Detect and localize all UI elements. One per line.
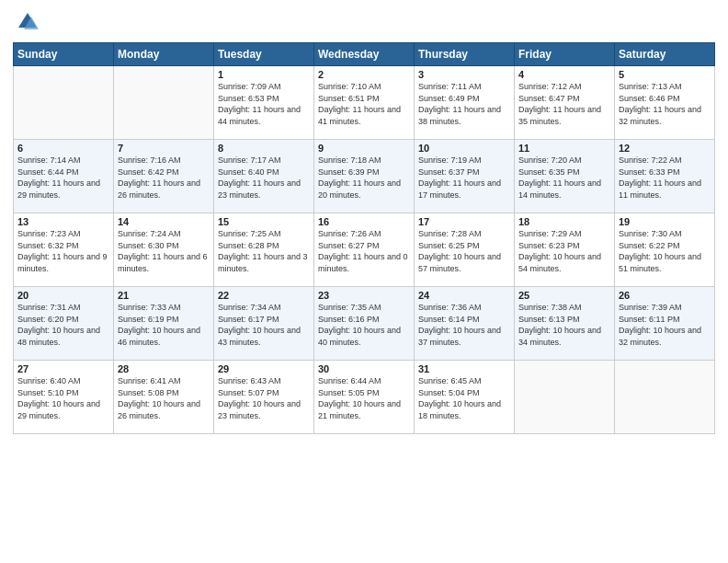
day-info: Sunrise: 7:24 AMSunset: 6:30 PMDaylight:…: [118, 228, 210, 274]
day-info: Sunrise: 7:17 AMSunset: 6:40 PMDaylight:…: [218, 155, 310, 201]
calendar-cell: 23Sunrise: 7:35 AMSunset: 6:16 PMDayligh…: [314, 287, 415, 361]
day-info: Sunrise: 7:16 AMSunset: 6:42 PMDaylight:…: [118, 155, 210, 201]
day-number: 16: [318, 216, 410, 227]
day-number: 29: [218, 363, 310, 374]
day-info: Sunrise: 7:35 AMSunset: 6:16 PMDaylight:…: [318, 302, 410, 348]
calendar-cell: [515, 361, 615, 434]
day-info: Sunrise: 7:26 AMSunset: 6:27 PMDaylight:…: [318, 228, 410, 274]
day-info: Sunrise: 7:22 AMSunset: 6:33 PMDaylight:…: [619, 155, 711, 201]
day-info: Sunrise: 7:38 AMSunset: 6:13 PMDaylight:…: [518, 302, 610, 348]
day-info: Sunrise: 7:28 AMSunset: 6:25 PMDaylight:…: [418, 228, 510, 274]
day-info: Sunrise: 7:29 AMSunset: 6:23 PMDaylight:…: [518, 228, 610, 274]
calendar-cell: 8Sunrise: 7:17 AMSunset: 6:40 PMDaylight…: [214, 140, 314, 213]
day-number: 12: [619, 143, 711, 154]
day-number: 3: [418, 69, 510, 80]
calendar-cell: 12Sunrise: 7:22 AMSunset: 6:33 PMDayligh…: [615, 140, 715, 213]
calendar-cell: 14Sunrise: 7:24 AMSunset: 6:30 PMDayligh…: [114, 213, 214, 287]
day-number: 24: [418, 290, 510, 301]
day-number: 23: [318, 290, 410, 301]
day-number: 7: [118, 143, 210, 154]
week-row-4: 20Sunrise: 7:31 AMSunset: 6:20 PMDayligh…: [14, 287, 715, 361]
day-info: Sunrise: 7:19 AMSunset: 6:37 PMDaylight:…: [418, 155, 510, 201]
calendar-cell: 15Sunrise: 7:25 AMSunset: 6:28 PMDayligh…: [214, 213, 314, 287]
day-number: 5: [619, 69, 711, 80]
day-info: Sunrise: 7:12 AMSunset: 6:47 PMDaylight:…: [518, 81, 610, 127]
day-number: 11: [518, 143, 610, 154]
calendar-cell: [615, 361, 715, 434]
day-number: 1: [218, 69, 310, 80]
calendar-cell: [114, 66, 214, 140]
day-info: Sunrise: 6:43 AMSunset: 5:07 PMDaylight:…: [218, 375, 310, 421]
day-info: Sunrise: 7:34 AMSunset: 6:17 PMDaylight:…: [218, 302, 310, 348]
day-number: 30: [318, 363, 410, 374]
day-info: Sunrise: 7:20 AMSunset: 6:35 PMDaylight:…: [518, 155, 610, 201]
day-info: Sunrise: 7:18 AMSunset: 6:39 PMDaylight:…: [318, 155, 410, 201]
header: [13, 9, 715, 35]
day-info: Sunrise: 7:39 AMSunset: 6:11 PMDaylight:…: [619, 302, 711, 348]
calendar-cell: 30Sunrise: 6:44 AMSunset: 5:05 PMDayligh…: [314, 361, 415, 434]
week-row-2: 6Sunrise: 7:14 AMSunset: 6:44 PMDaylight…: [14, 140, 715, 213]
day-number: 14: [118, 216, 210, 227]
day-number: 8: [218, 143, 310, 154]
calendar-cell: 27Sunrise: 6:40 AMSunset: 5:10 PMDayligh…: [14, 361, 114, 434]
day-info: Sunrise: 7:36 AMSunset: 6:14 PMDaylight:…: [418, 302, 510, 348]
calendar-cell: 5Sunrise: 7:13 AMSunset: 6:46 PMDaylight…: [615, 66, 715, 140]
weekday-header-thursday: Thursday: [415, 43, 515, 66]
day-info: Sunrise: 7:13 AMSunset: 6:46 PMDaylight:…: [619, 81, 711, 127]
day-info: Sunrise: 6:40 AMSunset: 5:10 PMDaylight:…: [17, 375, 109, 421]
day-number: 25: [518, 290, 610, 301]
page: SundayMondayTuesdayWednesdayThursdayFrid…: [0, 0, 728, 563]
weekday-header-friday: Friday: [515, 43, 615, 66]
calendar-cell: 4Sunrise: 7:12 AMSunset: 6:47 PMDaylight…: [515, 66, 615, 140]
weekday-header-tuesday: Tuesday: [214, 43, 314, 66]
day-info: Sunrise: 6:45 AMSunset: 5:04 PMDaylight:…: [418, 375, 510, 421]
calendar-cell: 31Sunrise: 6:45 AMSunset: 5:04 PMDayligh…: [415, 361, 515, 434]
calendar-cell: 1Sunrise: 7:09 AMSunset: 6:53 PMDaylight…: [214, 66, 314, 140]
day-info: Sunrise: 7:31 AMSunset: 6:20 PMDaylight:…: [17, 302, 109, 348]
day-number: 22: [218, 290, 310, 301]
calendar-cell: 22Sunrise: 7:34 AMSunset: 6:17 PMDayligh…: [214, 287, 314, 361]
day-info: Sunrise: 7:11 AMSunset: 6:49 PMDaylight:…: [418, 81, 510, 127]
day-number: 17: [418, 216, 510, 227]
day-number: 31: [418, 363, 510, 374]
calendar-cell: 24Sunrise: 7:36 AMSunset: 6:14 PMDayligh…: [415, 287, 515, 361]
day-number: 26: [619, 290, 711, 301]
day-info: Sunrise: 7:30 AMSunset: 6:22 PMDaylight:…: [619, 228, 711, 274]
calendar-cell: 2Sunrise: 7:10 AMSunset: 6:51 PMDaylight…: [314, 66, 415, 140]
logo: [13, 9, 40, 35]
calendar-cell: 28Sunrise: 6:41 AMSunset: 5:08 PMDayligh…: [114, 361, 214, 434]
day-info: Sunrise: 7:33 AMSunset: 6:19 PMDaylight:…: [118, 302, 210, 348]
day-number: 13: [17, 216, 109, 227]
weekday-header-wednesday: Wednesday: [314, 43, 415, 66]
calendar-cell: 17Sunrise: 7:28 AMSunset: 6:25 PMDayligh…: [415, 213, 515, 287]
day-number: 21: [118, 290, 210, 301]
day-info: Sunrise: 7:23 AMSunset: 6:32 PMDaylight:…: [17, 228, 109, 274]
day-info: Sunrise: 7:25 AMSunset: 6:28 PMDaylight:…: [218, 228, 310, 274]
weekday-header-row: SundayMondayTuesdayWednesdayThursdayFrid…: [14, 43, 715, 66]
calendar-cell: 25Sunrise: 7:38 AMSunset: 6:13 PMDayligh…: [515, 287, 615, 361]
weekday-header-monday: Monday: [114, 43, 214, 66]
calendar-cell: 10Sunrise: 7:19 AMSunset: 6:37 PMDayligh…: [415, 140, 515, 213]
day-number: 20: [17, 290, 109, 301]
day-number: 6: [17, 143, 109, 154]
week-row-1: 1Sunrise: 7:09 AMSunset: 6:53 PMDaylight…: [14, 66, 715, 140]
calendar-cell: 19Sunrise: 7:30 AMSunset: 6:22 PMDayligh…: [615, 213, 715, 287]
logo-icon: [15, 9, 40, 35]
weekday-header-saturday: Saturday: [615, 43, 715, 66]
calendar-cell: 3Sunrise: 7:11 AMSunset: 6:49 PMDaylight…: [415, 66, 515, 140]
day-number: 2: [318, 69, 410, 80]
day-number: 4: [518, 69, 610, 80]
calendar-table: SundayMondayTuesdayWednesdayThursdayFrid…: [13, 42, 715, 434]
calendar-cell: 18Sunrise: 7:29 AMSunset: 6:23 PMDayligh…: [515, 213, 615, 287]
calendar-cell: 16Sunrise: 7:26 AMSunset: 6:27 PMDayligh…: [314, 213, 415, 287]
calendar-cell: 26Sunrise: 7:39 AMSunset: 6:11 PMDayligh…: [615, 287, 715, 361]
calendar-cell: [14, 66, 114, 140]
day-number: 27: [17, 363, 109, 374]
day-number: 18: [518, 216, 610, 227]
calendar-cell: 20Sunrise: 7:31 AMSunset: 6:20 PMDayligh…: [14, 287, 114, 361]
day-number: 28: [118, 363, 210, 374]
calendar-cell: 21Sunrise: 7:33 AMSunset: 6:19 PMDayligh…: [114, 287, 214, 361]
calendar-cell: 9Sunrise: 7:18 AMSunset: 6:39 PMDaylight…: [314, 140, 415, 213]
day-info: Sunrise: 7:09 AMSunset: 6:53 PMDaylight:…: [218, 81, 310, 127]
day-info: Sunrise: 6:44 AMSunset: 5:05 PMDaylight:…: [318, 375, 410, 421]
